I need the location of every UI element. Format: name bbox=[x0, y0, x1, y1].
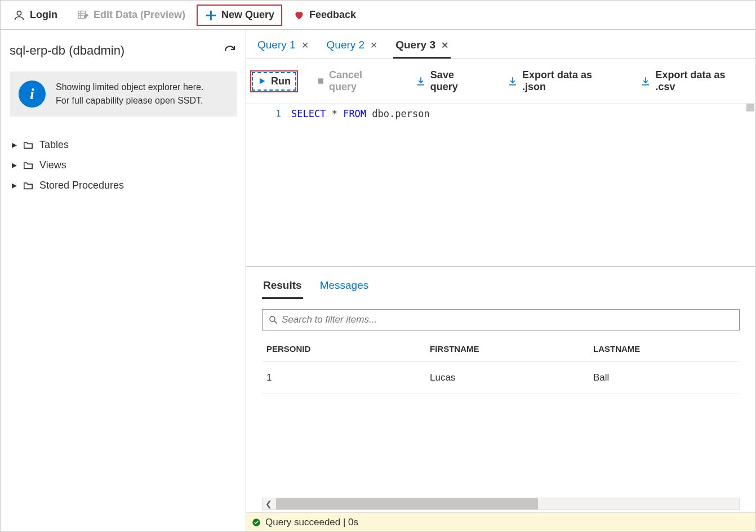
tab-query-3-label: Query 3 bbox=[395, 39, 435, 51]
success-icon bbox=[252, 518, 261, 527]
query-tabs: Query 1 ✕ Query 2 ✕ Query 3 ✕ bbox=[246, 30, 755, 59]
tree-views-label: Views bbox=[39, 159, 66, 171]
editor-scrollbar-thumb[interactable] bbox=[746, 104, 754, 111]
download-icon bbox=[416, 76, 426, 86]
results-tab-label: Results bbox=[263, 279, 302, 291]
svg-rect-5 bbox=[318, 78, 323, 83]
cancel-query-button: Cancel query bbox=[312, 67, 395, 95]
close-icon[interactable]: ✕ bbox=[441, 40, 448, 51]
tab-query-1[interactable]: Query 1 ✕ bbox=[255, 34, 311, 59]
edit-data-label: Edit Data (Preview) bbox=[94, 9, 185, 21]
feedback-label: Feedback bbox=[309, 9, 356, 21]
heart-icon bbox=[293, 10, 305, 21]
query-toolbar: Run Cancel query Save query Export data … bbox=[246, 59, 755, 104]
refresh-icon[interactable] bbox=[223, 44, 237, 57]
grid-header-row: PERSONID FIRSTNAME LASTNAME bbox=[262, 336, 740, 362]
chevron-right-icon: ▸ bbox=[12, 159, 17, 171]
folder-icon bbox=[23, 160, 34, 169]
svg-point-6 bbox=[270, 316, 275, 321]
col-firstname[interactable]: FIRSTNAME bbox=[430, 344, 593, 354]
top-toolbar: Login Edit Data (Preview) New Query Feed… bbox=[1, 1, 755, 30]
object-explorer-sidebar: sql-erp-db (dbadmin) i Showing limited o… bbox=[1, 30, 246, 531]
tab-query-1-label: Query 1 bbox=[257, 39, 296, 51]
database-title: sql-erp-db (dbadmin) bbox=[10, 43, 124, 58]
plus-icon bbox=[204, 9, 217, 21]
messages-tab-label: Messages bbox=[320, 279, 369, 291]
info-banner: i Showing limited object explorer here. … bbox=[10, 71, 237, 117]
save-label: Save query bbox=[430, 69, 483, 93]
code-rest: dbo.person bbox=[366, 108, 430, 119]
tab-query-3[interactable]: Query 3 ✕ bbox=[393, 34, 451, 59]
new-query-label: New Query bbox=[221, 9, 274, 21]
info-line-1: Showing limited object explorer here. bbox=[56, 81, 203, 94]
col-personid[interactable]: PERSONID bbox=[266, 344, 430, 354]
cell-lastname: Ball bbox=[593, 372, 735, 383]
table-edit-icon bbox=[77, 9, 89, 21]
export-csv-label: Export data as .csv bbox=[655, 69, 745, 93]
tree-stored-procedures[interactable]: ▸ Stored Procedures bbox=[12, 175, 237, 195]
close-icon[interactable]: ✕ bbox=[301, 40, 309, 51]
export-csv-button[interactable]: Export data as .csv bbox=[636, 67, 750, 95]
cell-firstname: Lucas bbox=[430, 372, 593, 383]
download-icon bbox=[508, 76, 518, 86]
login-label: Login bbox=[30, 9, 57, 21]
results-panel: Results Messages PERSONID FIRSTNAME LAST… bbox=[246, 267, 755, 531]
kw-from: FROM bbox=[343, 108, 366, 119]
svg-point-0 bbox=[17, 11, 21, 15]
results-search[interactable] bbox=[262, 309, 740, 330]
tab-query-2-label: Query 2 bbox=[327, 39, 365, 51]
tree-tables-label: Tables bbox=[39, 139, 69, 151]
sql-editor[interactable]: 1 SELECT * FROM dbo.person bbox=[246, 104, 755, 267]
stop-icon bbox=[317, 77, 324, 85]
run-button[interactable]: Run bbox=[252, 72, 296, 91]
results-grid: PERSONID FIRSTNAME LASTNAME 1 Lucas Ball bbox=[262, 336, 740, 394]
tab-query-2[interactable]: Query 2 ✕ bbox=[324, 34, 380, 59]
play-icon bbox=[257, 77, 266, 86]
scrollbar-thumb[interactable] bbox=[276, 498, 538, 509]
edit-data-button[interactable]: Edit Data (Preview) bbox=[69, 5, 193, 26]
feedback-button[interactable]: Feedback bbox=[286, 5, 364, 25]
login-button[interactable]: Login bbox=[5, 5, 65, 26]
tree-sprocs-label: Stored Procedures bbox=[39, 180, 124, 191]
download-icon bbox=[641, 76, 651, 86]
user-icon bbox=[13, 9, 25, 21]
chevron-right-icon: ▸ bbox=[12, 138, 17, 151]
code-star: * bbox=[326, 108, 343, 119]
chevron-right-icon: ▸ bbox=[12, 179, 17, 191]
new-query-button[interactable]: New Query bbox=[197, 5, 282, 26]
info-icon: i bbox=[19, 81, 46, 108]
info-line-2: For full capability please open SSDT. bbox=[56, 94, 203, 108]
line-number: 1 bbox=[246, 104, 291, 266]
kw-select: SELECT bbox=[291, 108, 326, 119]
folder-icon bbox=[23, 181, 34, 190]
folder-icon bbox=[23, 140, 34, 149]
svg-line-7 bbox=[274, 321, 277, 324]
close-icon[interactable]: ✕ bbox=[370, 40, 377, 51]
export-json-label: Export data as .json bbox=[522, 69, 616, 93]
save-query-button[interactable]: Save query bbox=[411, 67, 487, 95]
col-lastname[interactable]: LASTNAME bbox=[593, 344, 735, 354]
table-row[interactable]: 1 Lucas Ball bbox=[262, 362, 740, 394]
status-text: Query succeeded | 0s bbox=[265, 517, 358, 528]
tree-views[interactable]: ▸ Views bbox=[12, 155, 237, 175]
tree-tables[interactable]: ▸ Tables bbox=[12, 135, 237, 155]
scroll-left-icon[interactable]: ❮ bbox=[263, 499, 275, 508]
cancel-label: Cancel query bbox=[329, 69, 391, 93]
run-label: Run bbox=[271, 75, 291, 87]
cell-personid: 1 bbox=[266, 372, 430, 383]
status-bar: Query succeeded | 0s bbox=[246, 512, 755, 531]
messages-tab[interactable]: Messages bbox=[319, 275, 370, 299]
search-icon bbox=[268, 315, 278, 325]
results-tab[interactable]: Results bbox=[262, 275, 303, 299]
results-horizontal-scrollbar[interactable]: ❮ ❯ bbox=[262, 498, 740, 510]
code-line[interactable]: SELECT * FROM dbo.person bbox=[291, 104, 755, 266]
results-search-input[interactable] bbox=[278, 313, 733, 327]
export-json-button[interactable]: Export data as .json bbox=[503, 67, 620, 95]
